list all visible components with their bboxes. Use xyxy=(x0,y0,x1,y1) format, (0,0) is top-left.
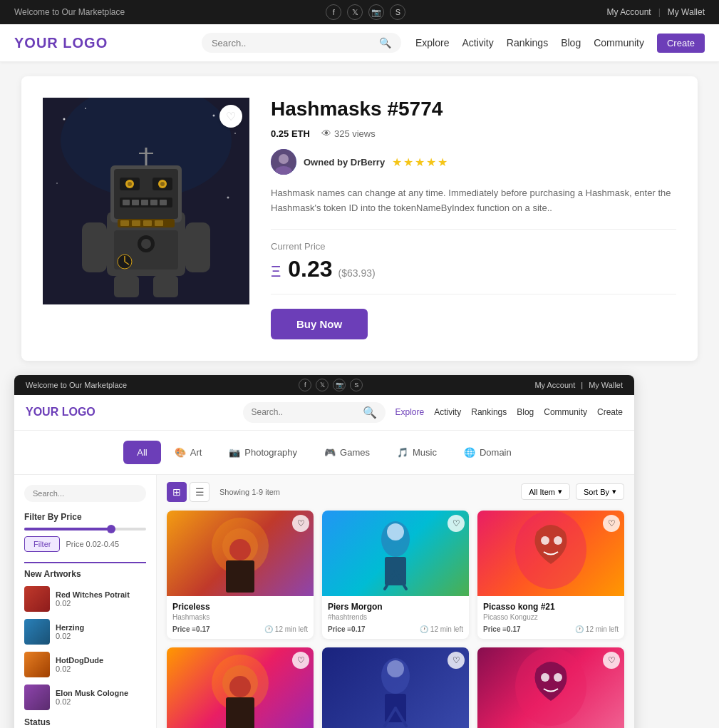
price-value: 0.23 xyxy=(288,256,332,282)
top-bar: Welcome to Our Marketplace f 𝕏 📷 S My Ac… xyxy=(0,0,719,24)
nft-heart-4[interactable]: ♡ xyxy=(292,652,309,669)
list-item: Elon Musk Cologne 0.02 xyxy=(24,685,146,710)
owner-name-value[interactable]: DrBerry xyxy=(351,157,385,168)
buy-now-button[interactable]: Buy Now xyxy=(271,309,368,339)
nft-heart-6[interactable]: ♡ xyxy=(603,652,620,669)
nested-nav-explore[interactable]: Explore xyxy=(395,407,425,417)
nested-nav-community[interactable]: Community xyxy=(544,407,587,417)
cat-tab-art[interactable]: 🎨 Art xyxy=(161,441,216,464)
nft-heart-5[interactable]: ♡ xyxy=(448,652,465,669)
filter-btn-row: Filter Price 0.02-0.45 xyxy=(24,536,146,552)
skype-icon[interactable]: S xyxy=(390,4,405,20)
nested-search-input[interactable] xyxy=(252,407,358,417)
sidebar-search-input[interactable] xyxy=(33,489,138,498)
svg-rect-32 xyxy=(114,276,139,297)
cat-tab-music[interactable]: 🎵 Music xyxy=(383,441,450,464)
cat-tab-games[interactable]: 🎮 Games xyxy=(311,441,383,464)
nft-card[interactable]: ♡ Picasso kong #21 Picasso Konguzz Price… xyxy=(477,647,624,728)
nft-card-footer-2: Price ≡0.17 🕐 12 min left xyxy=(328,625,463,633)
nft-heart-1[interactable]: ♡ xyxy=(292,515,309,532)
nft-card-image-6: ♡ xyxy=(477,647,624,728)
nav-explore[interactable]: Explore xyxy=(415,37,449,48)
grid-toolbar: ⊞ ☰ Showing 1-9 item All Item ▾ Sort By … xyxy=(167,482,624,502)
nested-marketplace: Welcome to Our Marketplace f 𝕏 📷 S My Ac… xyxy=(14,375,634,728)
browse-area: Filter By Price Filter Price 0.02-0.45 N… xyxy=(14,475,634,728)
instagram-icon[interactable]: 📷 xyxy=(368,4,384,20)
nested-nav-blog[interactable]: Blog xyxy=(517,407,534,417)
all-item-dropdown[interactable]: All Item ▾ xyxy=(521,483,570,500)
product-description: Hashmask names can change at any time. I… xyxy=(271,186,676,230)
artwork-price: 0.02 xyxy=(56,599,130,607)
create-button[interactable]: Create xyxy=(657,34,705,53)
nft-card[interactable]: ♡ Priceless Hashmasks Price ≡0.17 🕐 12 m… xyxy=(167,511,314,639)
nav-activity[interactable]: Activity xyxy=(462,37,493,48)
heart-button[interactable]: ♡ xyxy=(219,105,242,128)
sort-by-label: Sort By xyxy=(584,488,609,496)
cat-tab-photography[interactable]: 📷 Photography xyxy=(215,441,311,464)
svg-point-26 xyxy=(141,239,151,249)
search-icon: 🔍 xyxy=(379,37,391,48)
nft-grid: ♡ Priceless Hashmasks Price ≡0.17 🕐 12 m… xyxy=(167,511,624,728)
nested-twitter-icon[interactable]: 𝕏 xyxy=(316,379,329,391)
social-icons: f 𝕏 📷 S xyxy=(326,4,405,20)
artwork-thumb-2 xyxy=(24,619,50,645)
nav-community[interactable]: Community xyxy=(594,37,644,48)
nft-price-2: Price ≡0.17 xyxy=(328,625,366,633)
price-slider-thumb[interactable] xyxy=(107,525,115,533)
nav-blog[interactable]: Blog xyxy=(561,37,581,48)
my-account-link[interactable]: My Account xyxy=(607,7,651,17)
nft-heart-2[interactable]: ♡ xyxy=(448,515,465,532)
sort-by-dropdown[interactable]: Sort By ▾ xyxy=(576,483,624,500)
nested-nav-rankings[interactable]: Rankings xyxy=(471,407,507,417)
cat-tab-domain[interactable]: 🌐 Domain xyxy=(450,441,525,464)
nested-nav-activity[interactable]: Activity xyxy=(434,407,461,417)
cat-tab-all[interactable]: All xyxy=(123,441,160,464)
eth-symbol: Ξ xyxy=(271,262,281,281)
list-item: Red Witches Potrait 0.02 xyxy=(24,586,146,612)
nft-card-name-1: Priceless xyxy=(172,602,308,612)
search-input[interactable] xyxy=(212,38,375,48)
cat-all-label: All xyxy=(137,447,147,458)
main-header: YOUR LOGO 🔍 Explore Activity Rankings Bl… xyxy=(0,24,719,62)
svg-rect-16 xyxy=(160,200,167,205)
twitter-icon[interactable]: 𝕏 xyxy=(347,4,363,20)
nav-rankings[interactable]: Rankings xyxy=(507,37,548,48)
svg-point-53 xyxy=(541,536,549,545)
nft-card[interactable]: ♡ Piers Morgon #hashtrends Price ≡0.17 🕐… xyxy=(322,511,469,639)
nft-heart-3[interactable]: ♡ xyxy=(603,515,620,532)
svg-rect-12 xyxy=(123,200,130,205)
art-icon: 🎨 xyxy=(175,447,186,458)
my-wallet-link[interactable]: My Wallet xyxy=(668,7,705,17)
grid-view-button[interactable]: ⊞ xyxy=(167,482,187,502)
nft-card[interactable]: ♡ Piers Morgon #hashtrends Price ≡0.17 🕐… xyxy=(322,647,469,728)
nft-card-image-5: ♡ xyxy=(322,647,469,728)
nft-card[interactable]: ♡ Picasso kong #21 Picasso Konguzz Price… xyxy=(477,511,624,639)
domain-icon: 🌐 xyxy=(464,447,475,458)
showing-text: Showing 1-9 item xyxy=(219,488,515,496)
nested-my-wallet[interactable]: My Wallet xyxy=(589,381,623,389)
facebook-icon[interactable]: f xyxy=(326,4,341,20)
nested-nav-create[interactable]: Create xyxy=(597,407,623,417)
music-icon: 🎵 xyxy=(397,447,408,458)
product-title: Hashmasks #5774 xyxy=(271,98,676,121)
nft-card-image-2: ♡ xyxy=(322,511,469,596)
nft-card[interactable]: ♡ Priceless Hashmasks Price ≡0.17 🕐 12 m… xyxy=(167,647,314,728)
svg-point-58 xyxy=(229,676,251,697)
nested-facebook-icon[interactable]: f xyxy=(299,379,311,391)
price-slider[interactable] xyxy=(24,528,146,530)
filter-button[interactable]: Filter xyxy=(24,536,60,552)
list-view-button[interactable]: ☰ xyxy=(190,482,210,502)
sidebar-search xyxy=(24,485,146,502)
nested-skype-icon[interactable]: S xyxy=(350,379,363,391)
cat-photography-label: Photography xyxy=(244,447,297,458)
nested-my-account[interactable]: My Account xyxy=(534,381,575,389)
svg-point-41 xyxy=(279,154,289,164)
nested-instagram-icon[interactable]: 📷 xyxy=(333,379,346,391)
games-icon: 🎮 xyxy=(324,447,336,458)
views: 👁 325 views xyxy=(321,128,376,139)
svg-point-39 xyxy=(227,197,229,199)
svg-rect-21 xyxy=(132,220,140,226)
svg-point-54 xyxy=(554,536,562,545)
nested-top-bar-right: My Account | My Wallet xyxy=(534,381,623,389)
eye-icon: 👁 xyxy=(321,128,331,139)
